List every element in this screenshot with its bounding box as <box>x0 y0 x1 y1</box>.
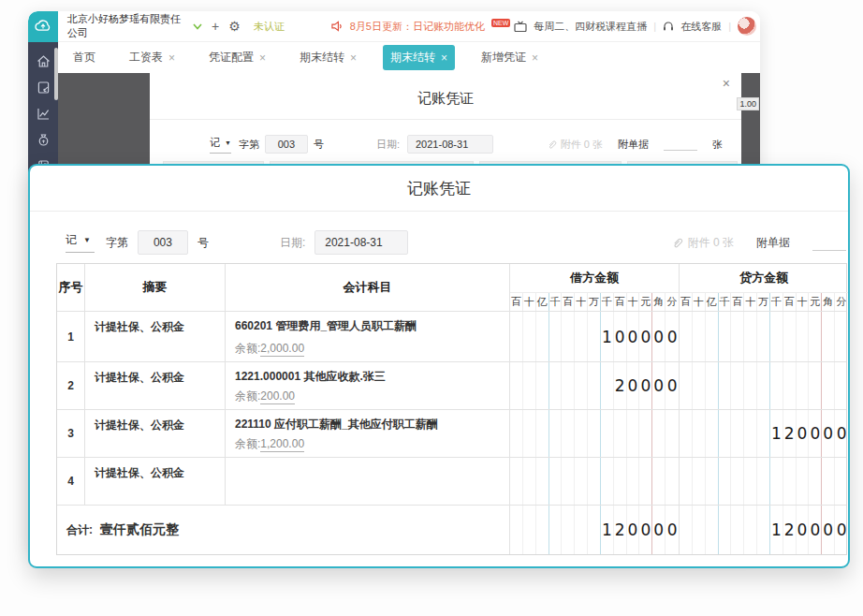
voucher-table-body: 1计提社保、公积金660201 管理费用_管理人员职工薪酬余额:2,000.00… <box>57 311 846 505</box>
digit-col-label: 百 <box>614 293 627 311</box>
row-account[interactable]: 1221.000001 其他应收款.张三余额:200.00 <box>226 362 510 409</box>
row-credit-amount[interactable] <box>680 312 848 361</box>
row-credit-amount[interactable]: 120000 <box>680 410 848 457</box>
row-seq: 4 <box>57 458 85 505</box>
online-support-link[interactable]: 在线客服 <box>680 20 722 34</box>
amount-digit-cell: 0 <box>809 410 822 457</box>
header-seq: 序号 <box>57 264 85 311</box>
tab-新增凭证[interactable]: 新增凭证× <box>474 45 546 70</box>
row-account[interactable] <box>226 458 510 505</box>
amount-digit-cell <box>731 362 744 409</box>
amount-digit-cell <box>731 410 744 457</box>
voucher-modal: 记账凭证 记 ▼ 字第 号 日期: 附件 0 张 附单据 <box>28 164 850 568</box>
amount-digit-cell <box>757 458 770 505</box>
digit-col-label: 百 <box>680 293 693 311</box>
amount-digit-cell <box>693 312 706 361</box>
header-credit: 贷方金额 <box>680 264 848 292</box>
amount-digit-cell <box>719 458 732 505</box>
settings-gear-icon[interactable]: ⚙ <box>228 20 241 33</box>
balance-value[interactable]: 200.00 <box>260 389 295 404</box>
table-row[interactable]: 3计提社保、公积金221110 应付职工薪酬_其他应付职工薪酬余额:1,200.… <box>57 409 846 457</box>
amount-digit-cell <box>770 458 783 505</box>
credit-digit-columns: 百十亿千百十万千百十元角分 <box>680 292 848 311</box>
amount-digit-cell: 0 <box>627 362 640 409</box>
app-logo[interactable] <box>28 11 58 42</box>
digit-col-label: 亿 <box>706 293 719 311</box>
row-debit-amount[interactable]: 100000 <box>510 312 680 361</box>
amount-digit-cell <box>510 458 523 505</box>
voucher-icon[interactable] <box>36 80 51 95</box>
tab-工资表[interactable]: 工资表× <box>122 45 183 70</box>
digit-col-label: 角 <box>822 293 835 311</box>
account-text: 221110 应付职工薪酬_其他应付职工薪酬 <box>235 417 500 433</box>
tab-close-icon[interactable]: × <box>259 52 266 64</box>
amount-digit-cell <box>575 458 588 505</box>
digit-col-label: 百 <box>783 293 797 311</box>
tab-凭证配置[interactable]: 凭证配置× <box>201 45 273 70</box>
row-account[interactable]: 221110 应付职工薪酬_其他应付职工薪酬余额:1,200.00 <box>226 410 510 457</box>
row-summary[interactable]: 计提社保、公积金 <box>85 362 226 409</box>
tab-首页[interactable]: 首页 <box>66 45 103 70</box>
row-debit-amount[interactable]: 20000 <box>510 362 680 409</box>
attachment-link[interactable]: 附件 0 张 <box>547 138 603 152</box>
table-row[interactable]: 4计提社保、公积金 <box>57 457 846 505</box>
row-account[interactable]: 660201 管理费用_管理人员职工薪酬余额:2,000.00 <box>226 312 510 361</box>
row-summary[interactable]: 计提社保、公积金 <box>85 458 226 505</box>
account-text: 1221.000001 其他应收款.张三 <box>235 369 500 385</box>
tab-期末结转[interactable]: 期末结转× <box>383 45 455 70</box>
table-row[interactable]: 2计提社保、公积金1221.000001 其他应收款.张三余额:200.0020… <box>57 361 846 409</box>
row-summary[interactable]: 计提社保、公积金 <box>85 410 226 457</box>
amount-digit-cell: 0 <box>797 410 810 457</box>
voucher-word-select[interactable]: 记 ▼ <box>66 232 95 253</box>
amount-digit-cell: 2 <box>614 506 627 554</box>
table-row[interactable]: 1计提社保、公积金660201 管理费用_管理人员职工薪酬余额:2,000.00… <box>57 311 846 361</box>
voucher-word-select[interactable]: 记 ▼ <box>210 136 231 154</box>
total-amount-words: 壹仟贰佰元整 <box>100 521 179 538</box>
verify-status-badge[interactable]: 未认证 <box>254 20 285 34</box>
tab-期末结转[interactable]: 期末结转× <box>292 45 364 70</box>
digit-col-label: 千 <box>549 293 563 311</box>
balance-value[interactable]: 1,200.00 <box>260 437 304 452</box>
close-icon[interactable]: × <box>723 76 730 91</box>
digit-col-label: 百 <box>731 293 744 311</box>
debit-digit-columns: 百十亿千百十万千百十元角分 <box>510 292 680 311</box>
tab-close-icon[interactable]: × <box>441 52 447 64</box>
page: 北京小好杨梦瑶有限责任公司 + ⚙ 未认证 8月5日更新：日记账功能优化 NEW <box>0 0 863 616</box>
voucher-number-input[interactable] <box>265 135 308 154</box>
divider <box>30 211 848 212</box>
row-summary[interactable]: 计提社保、公积金 <box>85 312 226 361</box>
amount-digit-cell <box>783 458 797 505</box>
receipt-count-input[interactable] <box>812 236 846 251</box>
date-input[interactable] <box>407 135 493 154</box>
total-label-cell: 合计: 壹仟贰佰元整 <box>57 506 510 554</box>
row-seq: 1 <box>57 312 85 361</box>
attachment-link[interactable]: 附件 0 张 <box>671 235 734 251</box>
home-icon[interactable] <box>36 53 51 69</box>
topbar-divider: | <box>728 21 731 32</box>
amount-digit-cell <box>510 506 523 554</box>
row-debit-amount[interactable] <box>510 458 680 505</box>
announcement-link[interactable]: 8月5日更新：日记账功能优化 <box>350 20 485 34</box>
amount-digit-cell <box>680 506 693 554</box>
amount-digit-cell <box>757 410 770 457</box>
amount-digit-cell <box>797 362 810 409</box>
row-credit-amount[interactable] <box>680 362 848 409</box>
row-credit-amount[interactable] <box>680 458 848 505</box>
live-course-link[interactable]: 每周二、四财税课程直播 <box>534 20 647 34</box>
add-account-button[interactable]: + <box>212 20 219 33</box>
number-suffix: 号 <box>314 138 324 152</box>
voucher-number-input[interactable] <box>138 230 188 255</box>
receipt-count-input[interactable] <box>664 138 697 151</box>
date-input[interactable] <box>314 230 408 255</box>
report-icon[interactable] <box>36 106 51 122</box>
digit-col-label: 千 <box>719 293 732 311</box>
balance-value[interactable]: 2,000.00 <box>260 342 304 357</box>
amount-digit-cell <box>523 312 536 361</box>
tab-close-icon[interactable]: × <box>350 52 357 64</box>
promo-gift-icon[interactable] <box>738 17 756 36</box>
tab-close-icon[interactable]: × <box>168 52 175 64</box>
row-debit-amount[interactable] <box>510 410 680 457</box>
fund-icon[interactable] <box>36 132 51 148</box>
tab-close-icon[interactable]: × <box>532 52 538 64</box>
company-selector[interactable]: 北京小好杨梦瑶有限责任公司 <box>67 12 202 40</box>
